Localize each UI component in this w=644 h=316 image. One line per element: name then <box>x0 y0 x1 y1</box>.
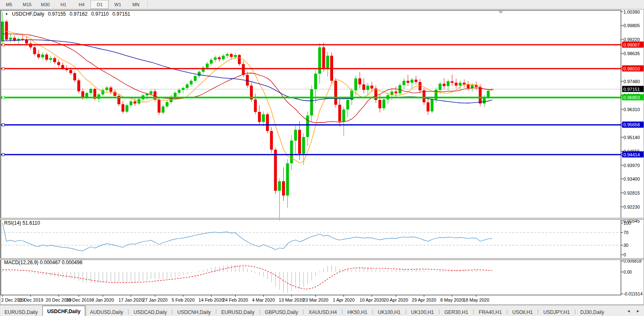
price-level-badge-text: 0.99007 <box>623 42 640 47</box>
date-tick-label: 14 Feb 2020 <box>198 297 224 302</box>
price-tick-label: 0.99805 <box>623 23 640 28</box>
date-tick-label: 8 Jan 2020 <box>92 297 114 302</box>
tabs-scroll-right-icon[interactable]: ► <box>636 309 640 313</box>
date-tick-label: 8 May 2020 <box>440 297 464 302</box>
rsi-tick-label: 30 <box>623 243 628 248</box>
current-price-badge-text: 0.97151 <box>623 87 640 92</box>
line-handle[interactable] <box>2 67 5 70</box>
date-tick-label: 29 Apr 2020 <box>412 297 436 302</box>
tab-eurusd-daily[interactable]: EURUSD,Daily <box>0 308 42 316</box>
date-tick-label: 11 Dec 2019 <box>18 297 43 302</box>
chart-symbol-label: USDCHF,Daily <box>12 11 44 17</box>
price-level-badge-text: 0.98010 <box>623 66 640 71</box>
tab-hk50-h1[interactable]: HK50,H1 <box>343 308 372 316</box>
ohlc-high-value: 0.97162 <box>70 11 87 17</box>
price-tick-label: 1.00390 <box>623 9 640 14</box>
tab-fra40-h1[interactable]: FRA40,H1 <box>474 308 506 316</box>
tab-uk100-h1[interactable]: UK100,H1 <box>373 308 405 316</box>
timeframe-button-w1[interactable]: W1 <box>109 0 127 9</box>
timeframe-button-m30[interactable]: M30 <box>36 0 54 9</box>
pane-separator[interactable] <box>0 218 644 220</box>
tab-xauusd-h4[interactable]: XAUUSD,H4 <box>304 308 341 316</box>
date-tick-label: 23 Mar 2020 <box>303 297 329 302</box>
tab-gbpusd-daily[interactable]: GBPUSD,Daily <box>260 308 303 316</box>
tab-usdcad-daily[interactable]: USDCAD,Daily <box>129 308 171 316</box>
rsi-tick-label: 100 <box>623 221 631 225</box>
chart-window: 1.003900.998050.992200.986350.974800.968… <box>0 9 644 305</box>
ohlc-low-value: 0.97110 <box>91 11 109 17</box>
date-tick-label: 17 Jan 2020 <box>119 297 144 302</box>
price-level-badge-text: 0.96803 <box>623 95 640 100</box>
tabs-scroll-left-icon[interactable]: ◄ <box>627 309 630 313</box>
price-tick-label: 0.95140 <box>623 135 640 140</box>
timeframe-button-m5[interactable]: M5 <box>0 0 18 9</box>
date-tick-label: 1 Apr 2020 <box>333 297 355 302</box>
macd-tick-label: -0.011514 <box>623 291 643 296</box>
tab-usdcnh-daily[interactable]: USDCNH,Daily <box>173 308 215 316</box>
tab-ger30-h1[interactable]: GER30,H1 <box>440 308 473 316</box>
price-level-badge-text: 0.95658 <box>623 122 640 127</box>
date-tick-label: 30 Dec 2019 <box>66 297 91 302</box>
price-level-badge-text: 0.94414 <box>623 152 640 157</box>
tab-dj30-daily[interactable]: DJ30,Daily <box>576 308 609 316</box>
rsi-tick-label: 70 <box>623 230 628 235</box>
tab-audusd-daily[interactable]: AUDUSD,Daily <box>85 308 128 316</box>
date-tick-label: 20 Apr 2020 <box>384 297 408 302</box>
timeframe-button-m15[interactable]: M15 <box>18 0 36 9</box>
price-tick-label: 0.92815 <box>623 191 640 195</box>
price-tick-label: 0.97480 <box>623 79 640 84</box>
price-tick-label: 0.99220 <box>623 37 640 42</box>
date-tick-label: 5 Feb 2020 <box>172 297 195 302</box>
timeframe-button-mn[interactable]: MN <box>127 0 145 9</box>
timeframe-button-d1[interactable]: D1 <box>91 0 109 9</box>
line-handle[interactable] <box>2 123 5 126</box>
tab-usoil-h1[interactable]: USOil,H1 <box>508 308 537 316</box>
tab-uk100-h1[interactable]: UK100,H1 <box>406 308 438 316</box>
chart-canvas[interactable]: 1.003900.998050.992200.986350.974800.968… <box>0 9 644 305</box>
date-tick-label: 24 Feb 2020 <box>223 297 248 302</box>
date-tick-label: 18 May 2020 <box>463 297 490 302</box>
chart-title: ▼ USDCHF,Daily 0.97155 0.97162 0.97110 0… <box>5 11 130 17</box>
ohlc-close-value: 0.97151 <box>112 11 130 17</box>
collapse-arrow-icon[interactable]: ▼ <box>5 12 8 16</box>
date-tick-label: 27 Jan 2020 <box>142 297 168 302</box>
date-tick-label: 10 Apr 2020 <box>359 297 384 302</box>
line-handle[interactable] <box>2 96 5 99</box>
tab-usdchf-daily[interactable]: USDCHF,Daily <box>42 306 86 316</box>
price-tick-label: 0.93970 <box>623 163 640 168</box>
line-handle[interactable] <box>2 44 5 46</box>
macd-tick-label: 0.00 <box>623 270 632 274</box>
timeframe-button-h4[interactable]: H4 <box>72 0 91 9</box>
line-handle[interactable] <box>2 153 5 156</box>
date-tick-label: 13 Mar 2020 <box>279 297 304 302</box>
ohlc-open-value: 0.97155 <box>48 11 66 17</box>
price-tick-label: 0.96310 <box>623 107 640 112</box>
price-tick-label: 0.93400 <box>623 177 640 181</box>
timeframe-toolbar: M5M15M30H1H4D1W1MN <box>0 0 644 9</box>
toolbar-separator <box>147 1 148 8</box>
tab-usdjpy-h1[interactable]: USDJPY,H1 <box>539 308 574 316</box>
chart-tabs-bar: EURUSD,DailyUSDCHF,DailyAUDUSD,Daily|USD… <box>0 305 644 316</box>
tabs-scroll-arrows: ◄► <box>627 309 644 313</box>
pane-separator[interactable] <box>0 258 644 260</box>
tab-eurusd-daily[interactable]: EURUSD,Daily <box>217 308 259 316</box>
macd-indicator-label: MACD(12,26,9) 0.000467 0.000496 <box>4 260 82 265</box>
rsi-indicator-label: RSI(14) 51.6110 <box>4 220 40 226</box>
timeframe-button-h1[interactable]: H1 <box>54 0 72 9</box>
price-tick-label: 0.98635 <box>623 51 640 56</box>
price-tick-label: 0.92230 <box>623 204 640 209</box>
date-tick-label: 4 Mar 2020 <box>252 297 275 302</box>
rsi-tick-label: 0 <box>623 252 626 257</box>
